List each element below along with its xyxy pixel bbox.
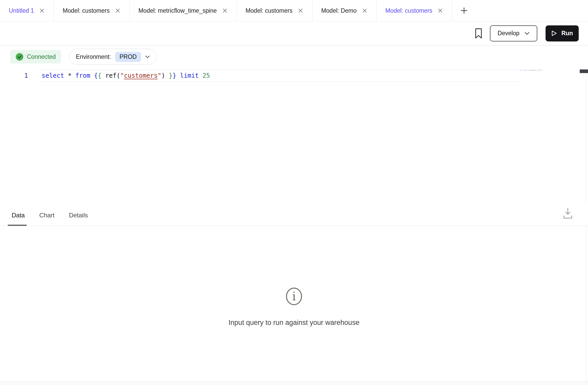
play-icon: [551, 30, 557, 37]
tab-model-customers-2[interactable]: Model: customers: [237, 0, 313, 21]
tab-untitled-1[interactable]: Untitled 1: [0, 0, 54, 21]
code-token-model-link[interactable]: customers: [124, 72, 158, 79]
chevron-down-icon: [525, 32, 530, 35]
code-line[interactable]: select * from {{ ref("customers") }} lim…: [42, 70, 210, 81]
close-tab-icon[interactable]: [437, 8, 443, 13]
tab-label: Model: Demo: [321, 7, 357, 14]
code-token: ": [120, 72, 124, 79]
tab-data[interactable]: Data: [11, 205, 25, 226]
run-button[interactable]: Run: [546, 25, 579, 41]
tab-label: Untitled 1: [9, 7, 34, 14]
code-token: {: [98, 72, 101, 79]
bookmark-icon: [474, 28, 483, 39]
results-tab-label: Chart: [39, 212, 55, 219]
develop-label: Develop: [498, 30, 519, 37]
minimap-token: select: [520, 70, 523, 71]
develop-dropdown-button[interactable]: Develop: [490, 25, 537, 41]
connected-status-badge: Connected: [10, 50, 61, 63]
code-token: ref(: [101, 72, 120, 79]
code-token: ): [161, 72, 165, 79]
close-tab-icon[interactable]: [298, 8, 303, 13]
close-tab-icon[interactable]: [222, 8, 228, 13]
minimap-token: from: [524, 70, 526, 71]
editor-tab-bar: Untitled 1 Model: customers Model: metri…: [0, 0, 588, 22]
environment-label: Environment:: [76, 53, 111, 60]
new-tab-button[interactable]: [452, 0, 476, 21]
tab-chart[interactable]: Chart: [39, 205, 55, 226]
results-tab-label: Details: [69, 212, 88, 219]
code-token: [72, 72, 75, 79]
download-results-button[interactable]: [562, 206, 574, 220]
tab-label: Model: customers: [385, 7, 432, 14]
close-tab-icon[interactable]: [39, 8, 45, 13]
sql-editor[interactable]: 1 select * from {{ ref("customers") }} l…: [0, 68, 588, 205]
run-label: Run: [561, 30, 573, 37]
code-token: [199, 72, 202, 79]
minimap-token: limit: [538, 70, 541, 71]
code-token: select: [42, 72, 64, 79]
plus-icon: [460, 7, 468, 15]
code-token: {: [94, 72, 98, 79]
tab-label: Model: customers: [246, 7, 293, 14]
environment-selector[interactable]: Environment: PROD: [69, 49, 157, 65]
results-tab-bar: Data Chart Details: [0, 205, 588, 226]
code-token: limit: [180, 72, 199, 79]
info-circle-icon: i: [285, 287, 303, 306]
code-token: *: [68, 72, 71, 79]
code-token: [176, 72, 180, 79]
tab-model-customers-1[interactable]: Model: customers: [54, 0, 130, 21]
code-token: 25: [202, 72, 210, 79]
code-token: }: [173, 72, 176, 79]
tab-details[interactable]: Details: [68, 205, 88, 226]
tab-model-metricflow-time-spine[interactable]: Model: metricflow_time_spine: [130, 0, 237, 21]
toolbar: Develop Run: [0, 22, 588, 46]
code-token: [64, 72, 68, 79]
minimap-token: customers: [531, 70, 535, 71]
tab-label: Model: metricflow_time_spine: [138, 7, 217, 14]
code-token: ": [158, 72, 161, 79]
svg-text:i: i: [292, 290, 296, 303]
connected-label: Connected: [27, 53, 56, 60]
line-number: 1: [0, 70, 28, 81]
results-empty-state: i Input query to run against your wareho…: [0, 287, 588, 327]
minimap-token: 25: [541, 70, 542, 71]
editor-minimap[interactable]: select * from {{ ref("customers") }} lim…: [520, 69, 542, 71]
chevron-down-icon: [145, 55, 150, 58]
code-token: [165, 72, 169, 79]
active-line-highlight: select * from {{ ref("customers") }} lim…: [40, 70, 518, 82]
bookmark-button[interactable]: [474, 28, 483, 39]
tab-model-customers-3[interactable]: Model: customers: [377, 0, 452, 21]
bottom-strip: [0, 382, 588, 385]
code-token: from: [75, 72, 90, 79]
tab-label: Model: customers: [63, 7, 110, 14]
environment-value-chip: PROD: [115, 52, 141, 62]
download-icon: [563, 207, 573, 219]
code-token: }: [169, 72, 172, 79]
empty-state-message: Input query to run against your warehous…: [0, 319, 588, 327]
minimap-token: ref(: [528, 70, 530, 71]
close-tab-icon[interactable]: [362, 8, 368, 13]
check-circle-icon: [16, 53, 24, 61]
scrollbar-thumb[interactable]: [580, 69, 588, 73]
close-tab-icon[interactable]: [115, 8, 121, 13]
ide-screen: Untitled 1 Model: customers Model: metri…: [0, 0, 588, 385]
code-token: [90, 72, 94, 79]
tab-model-demo[interactable]: Model: Demo: [312, 0, 377, 21]
results-tab-label: Data: [12, 212, 25, 219]
connection-status-row: Connected Environment: PROD: [0, 46, 588, 67]
